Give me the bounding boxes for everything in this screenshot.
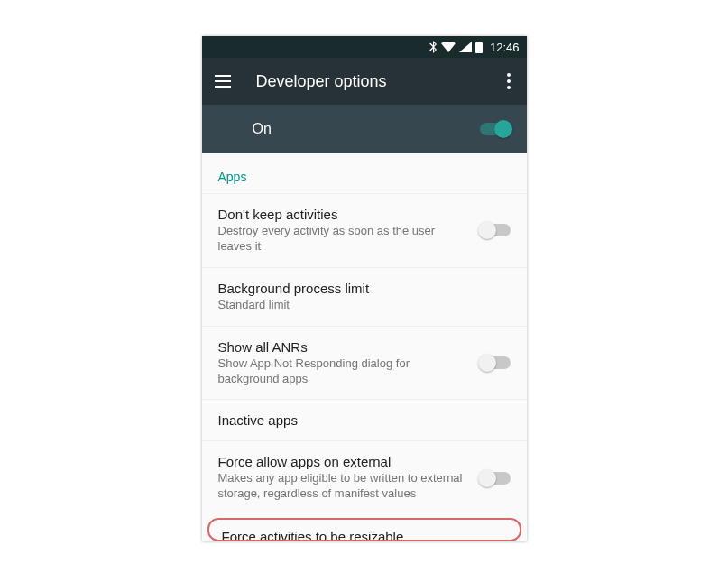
section-header-apps: Apps: [202, 153, 527, 193]
item-dont-keep-activities[interactable]: Don't keep activities Destroy every acti…: [202, 193, 527, 267]
svg-rect-0: [475, 42, 483, 53]
master-switch[interactable]: [480, 123, 511, 135]
master-switch-row[interactable]: On: [202, 105, 527, 153]
item-inactive-apps[interactable]: Inactive apps: [202, 399, 527, 440]
status-bar: 12:46: [202, 36, 527, 58]
item-title: Inactive apps: [218, 412, 511, 428]
status-time: 12:46: [490, 41, 520, 54]
force-allow-external-switch[interactable]: [480, 472, 511, 485]
dont-keep-activities-switch[interactable]: [480, 224, 511, 236]
item-force-allow-external[interactable]: Force allow apps on external Makes any a…: [202, 440, 527, 514]
svg-rect-1: [477, 42, 480, 43]
item-title: Force allow apps on external: [218, 454, 469, 469]
item-title: Don't keep activities: [218, 207, 469, 222]
hamburger-icon[interactable]: [215, 71, 235, 91]
app-bar: Developer options: [202, 58, 527, 105]
wifi-icon: [441, 42, 456, 52]
settings-list: Apps Don't keep activities Destroy every…: [202, 153, 527, 541]
item-subtitle: Show App Not Responding dialog for backg…: [218, 356, 469, 387]
master-switch-label: On: [253, 121, 480, 137]
item-subtitle: Makes any app eligible to be written to …: [218, 471, 469, 502]
item-subtitle: Destroy every activity as soon as the us…: [218, 224, 469, 254]
cell-signal-icon: [459, 42, 472, 52]
item-subtitle: Standard limit: [218, 298, 511, 313]
item-title: Background process limit: [218, 281, 511, 296]
item-force-resizable-highlighted[interactable]: Force activities to be resizable: [207, 518, 521, 541]
item-title: Force activities to be resizable: [222, 529, 507, 541]
bluetooth-icon: [429, 41, 438, 53]
page-title: Developer options: [256, 72, 503, 91]
item-show-all-anrs[interactable]: Show all ANRs Show App Not Responding di…: [202, 326, 527, 400]
overflow-menu-icon[interactable]: [503, 69, 514, 93]
battery-icon: [475, 42, 483, 53]
show-all-anrs-switch[interactable]: [480, 356, 511, 369]
phone-frame: 12:46 Developer options On Apps Don't ke…: [202, 36, 527, 541]
item-background-process-limit[interactable]: Background process limit Standard limit: [202, 267, 527, 326]
item-title: Show all ANRs: [218, 339, 469, 355]
